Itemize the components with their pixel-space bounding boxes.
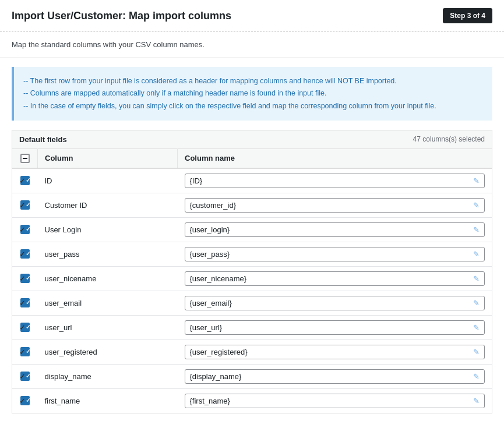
- column-name-input[interactable]: [190, 274, 470, 283]
- row-column-label: user_registered: [38, 339, 178, 364]
- th-column-name: Column name: [178, 148, 492, 168]
- row-column-label: user_nicename: [38, 266, 178, 291]
- row-column-label: user_pass: [38, 242, 178, 266]
- row-column-name-cell: ✎: [178, 339, 492, 364]
- info-line-2: -- Columns are mapped automatically only…: [23, 87, 483, 100]
- row-checkbox-cell: ✓: [12, 266, 38, 291]
- column-name-input[interactable]: [190, 397, 470, 405]
- table-row: ✓ user_url ✎: [12, 315, 492, 339]
- edit-icon[interactable]: ✎: [473, 348, 480, 356]
- column-name-input-wrapper: ✎: [185, 296, 485, 310]
- edit-icon[interactable]: ✎: [473, 250, 480, 259]
- column-name-input[interactable]: [190, 250, 470, 259]
- row-checkbox[interactable]: ✓: [20, 200, 30, 210]
- table-row: ✓ user_nicename ✎: [12, 266, 492, 291]
- row-column-name-cell: ✎: [178, 364, 492, 388]
- row-column-label: first_name: [38, 388, 178, 413]
- column-name-input[interactable]: [190, 299, 470, 307]
- table-body: ✓ ID ✎ ✓ Customer ID ✎ ✓ User Login ✎ ✓: [12, 168, 492, 413]
- row-column-label: user_email: [38, 291, 178, 315]
- info-box: -- The first row from your input file is…: [12, 67, 492, 121]
- edit-icon[interactable]: ✎: [473, 372, 480, 381]
- default-fields-label: Default fields: [19, 135, 67, 144]
- select-all-checkbox[interactable]: [20, 154, 30, 163]
- row-checkbox-cell: ✓: [12, 364, 38, 388]
- table-row: ✓ display_name ✎: [12, 364, 492, 388]
- edit-icon[interactable]: ✎: [473, 201, 480, 210]
- page-container: Import User/Customer: Map import columns…: [0, 0, 504, 435]
- column-name-input[interactable]: [190, 348, 470, 356]
- row-checkbox[interactable]: ✓: [20, 298, 30, 307]
- edit-icon[interactable]: ✎: [473, 225, 480, 234]
- column-name-input[interactable]: [190, 372, 470, 381]
- row-checkbox-cell: ✓: [12, 193, 38, 217]
- row-checkbox[interactable]: ✓: [20, 249, 30, 259]
- table-row: ✓ ID ✎: [12, 168, 492, 193]
- subtitle-bar: Map the standard columns with your CSV c…: [0, 32, 504, 58]
- table-row: ✓ user_email ✎: [12, 291, 492, 315]
- row-checkbox-cell: ✓: [12, 339, 38, 364]
- mapping-table: Column Column name ✓ ID ✎ ✓ Customer ID …: [12, 148, 492, 413]
- row-column-label: display_name: [38, 364, 178, 388]
- column-name-input-wrapper: ✎: [185, 174, 485, 188]
- row-column-name-cell: ✎: [178, 315, 492, 339]
- row-column-label: user_url: [38, 315, 178, 339]
- column-name-input-wrapper: ✎: [185, 320, 485, 335]
- columns-selected-count: 47 columns(s) selected: [413, 135, 485, 143]
- row-checkbox[interactable]: ✓: [20, 176, 30, 185]
- column-name-input-wrapper: ✎: [185, 271, 485, 286]
- column-name-input-wrapper: ✎: [185, 394, 485, 408]
- row-checkbox[interactable]: ✓: [20, 323, 30, 332]
- row-column-label: User Login: [38, 217, 178, 242]
- row-checkbox[interactable]: ✓: [20, 225, 30, 234]
- row-checkbox[interactable]: ✓: [20, 396, 30, 405]
- column-name-input-wrapper: ✎: [185, 247, 485, 261]
- column-name-input[interactable]: [190, 176, 470, 185]
- table-row: ✓ user_registered ✎: [12, 339, 492, 364]
- column-name-input-wrapper: ✎: [185, 345, 485, 359]
- step-badge: Step 3 of 4: [443, 8, 492, 23]
- table-header-row: Column Column name: [12, 148, 492, 168]
- edit-icon[interactable]: ✎: [473, 323, 480, 332]
- row-checkbox[interactable]: ✓: [20, 347, 30, 356]
- row-column-name-cell: ✎: [178, 168, 492, 193]
- th-column: Column: [38, 148, 178, 168]
- info-line-3: -- In the case of empty fields, you can …: [23, 100, 483, 112]
- row-column-name-cell: ✎: [178, 291, 492, 315]
- row-checkbox[interactable]: ✓: [20, 274, 30, 283]
- column-name-input-wrapper: ✎: [185, 198, 485, 213]
- page-header: Import User/Customer: Map import columns…: [0, 0, 504, 32]
- column-name-input[interactable]: [190, 225, 470, 234]
- table-row: ✓ User Login ✎: [12, 217, 492, 242]
- edit-icon[interactable]: ✎: [473, 274, 480, 283]
- page-title: Import User/Customer: Map import columns: [12, 10, 231, 22]
- row-checkbox-cell: ✓: [12, 315, 38, 339]
- row-checkbox-cell: ✓: [12, 168, 38, 193]
- row-column-label: Customer ID: [38, 193, 178, 217]
- info-line-1: -- The first row from your input file is…: [23, 75, 483, 87]
- table-row: ✓ user_pass ✎: [12, 242, 492, 266]
- column-name-input[interactable]: [190, 201, 470, 210]
- edit-icon[interactable]: ✎: [473, 397, 480, 405]
- table-row: ✓ Customer ID ✎: [12, 193, 492, 217]
- column-name-input-wrapper: ✎: [185, 369, 485, 384]
- row-checkbox-cell: ✓: [12, 242, 38, 266]
- row-column-name-cell: ✎: [178, 388, 492, 413]
- row-column-name-cell: ✎: [178, 266, 492, 291]
- row-column-name-cell: ✎: [178, 242, 492, 266]
- table-section: Default fields 47 columns(s) selected Co…: [12, 130, 492, 413]
- edit-icon[interactable]: ✎: [473, 299, 480, 307]
- th-checkbox: [12, 148, 38, 168]
- row-column-label: ID: [38, 168, 178, 193]
- column-name-input[interactable]: [190, 323, 470, 332]
- column-name-input-wrapper: ✎: [185, 222, 485, 237]
- row-checkbox-cell: ✓: [12, 388, 38, 413]
- row-column-name-cell: ✎: [178, 193, 492, 217]
- row-checkbox-cell: ✓: [12, 217, 38, 242]
- edit-icon[interactable]: ✎: [473, 176, 480, 185]
- table-row: ✓ first_name ✎: [12, 388, 492, 413]
- row-checkbox[interactable]: ✓: [20, 372, 30, 381]
- row-checkbox-cell: ✓: [12, 291, 38, 315]
- table-section-header: Default fields 47 columns(s) selected: [12, 130, 492, 148]
- subtitle-text: Map the standard columns with your CSV c…: [12, 40, 205, 49]
